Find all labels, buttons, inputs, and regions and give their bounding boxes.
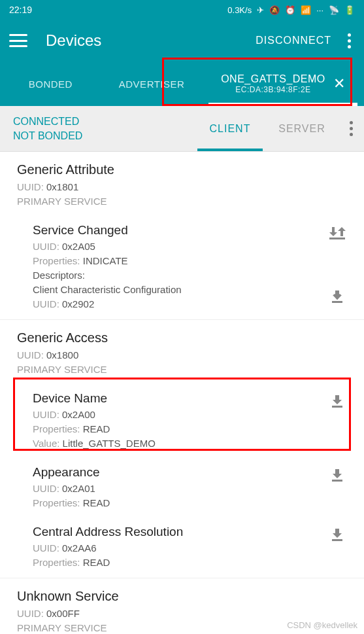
wifi-icon: 📡 (329, 5, 339, 15)
battery-icon: 🔋 (344, 5, 355, 15)
tab-bonded[interactable]: BONDED (0, 62, 101, 106)
annotation-box-device-name (13, 378, 351, 451)
status-bar: 22:19 0.3K/s ✈ 🔕 ⏰ 📶 ··· 📡 🔋 (0, 0, 364, 20)
alarm-icon: ⏰ (285, 5, 295, 15)
annotation-box-tab (162, 58, 352, 106)
svg-rect-4 (332, 539, 342, 541)
dnd-icon: 🔕 (269, 5, 280, 15)
clock: 22:19 (9, 5, 32, 15)
watermark: CSDN @kedvellek (287, 620, 357, 630)
svg-rect-1 (332, 301, 342, 303)
download-icon[interactable] (327, 525, 347, 544)
signal-icon: 📶 (301, 5, 311, 15)
svg-rect-0 (329, 238, 345, 239)
char-appearance[interactable]: Appearance UUID: 0x2A01 Properties: READ (0, 459, 364, 518)
sub-bar: CONNECTED NOT BONDED CLIENT SERVER (0, 106, 364, 152)
char-service-changed[interactable]: Service Changed UUID: 0x2A05 Properties:… (0, 217, 364, 319)
connection-status: CONNECTED NOT BONDED (0, 114, 194, 143)
menu-icon[interactable] (9, 34, 27, 47)
svg-rect-3 (332, 480, 342, 482)
indicate-icon[interactable] (327, 223, 347, 243)
download-icon[interactable] (327, 287, 347, 306)
airplane-icon: ✈ (257, 5, 264, 15)
download-icon[interactable] (327, 465, 347, 485)
page-title: Devices (46, 31, 256, 50)
net-speed: 0.3K/s (227, 5, 252, 15)
volte-icon: ··· (316, 5, 323, 15)
subtab-client[interactable]: CLIENT (194, 106, 266, 151)
subbar-menu[interactable] (338, 121, 364, 136)
overflow-menu-icon[interactable] (343, 33, 355, 48)
service-generic-attribute[interactable]: Generic Attribute UUID: 0x1801 PRIMARY S… (0, 152, 364, 217)
char-central-address-resolution[interactable]: Central Address Resolution UUID: 0x2AA6 … (0, 518, 364, 578)
service-generic-access[interactable]: Generic Access UUID: 0x1800 PRIMARY SERV… (0, 320, 364, 385)
disconnect-button[interactable]: DISCONNECT (256, 35, 331, 46)
status-right: 0.3K/s ✈ 🔕 ⏰ 📶 ··· 📡 🔋 (227, 5, 355, 15)
subtab-server[interactable]: SERVER (266, 106, 338, 151)
